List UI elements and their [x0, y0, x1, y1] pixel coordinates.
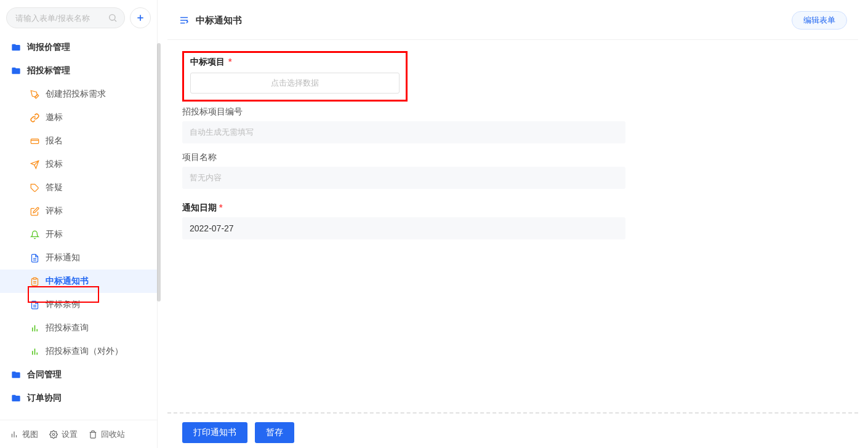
nav-item-open-notice[interactable]: 开标通知 [0, 246, 157, 270]
link-icon [30, 113, 39, 122]
label-name: 项目名称 [182, 152, 843, 163]
nav-item-label: 开标通知 [46, 252, 80, 263]
nav-group-label: 招投标管理 [27, 65, 70, 76]
nav-item-label: 投标 [46, 159, 63, 170]
footer-trash[interactable]: 回收站 [89, 429, 125, 440]
svg-rect-10 [33, 278, 36, 279]
required-marker: * [228, 57, 231, 66]
footer-view[interactable]: 视图 [10, 429, 38, 440]
nav-item-label: 招投标查询（对外） [46, 346, 123, 357]
project-picker[interactable]: 点击选择数据 [190, 73, 400, 94]
trash-icon [89, 430, 97, 439]
nav-item-query[interactable]: 招投标查询 [0, 316, 157, 340]
page-card: 中标通知书 编辑表单 中标项目 * 点击选择数据 招投标项目编号 自动生成无需填… [167, 5, 858, 448]
tag-icon [30, 183, 39, 193]
folder-icon [11, 42, 21, 52]
nav-group-label: 合同管理 [27, 369, 62, 380]
highlight-rect-form: 中标项目 * 点击选择数据 [182, 51, 408, 102]
nav-group-bidding[interactable]: 招投标管理 [0, 59, 157, 82]
svg-point-24 [52, 433, 55, 436]
field-project-name: 项目名称 暂无内容 [182, 152, 843, 189]
nav-item-label: 中标通知书 [46, 276, 89, 287]
nav-item-invite[interactable]: 邀标 [0, 106, 157, 129]
edit-icon [30, 207, 39, 216]
number-readonly: 自动生成无需填写 [182, 121, 625, 143]
action-bar: 打印通知书 暂存 [167, 412, 858, 448]
sidebar: 询报价管理 招投标管理 创建招投标需求 邀标 报名 [0, 0, 158, 448]
doc-icon [30, 254, 39, 263]
nav-item-eval[interactable]: 评标 [0, 199, 157, 223]
gear-icon [49, 430, 58, 439]
name-readonly: 暂无内容 [182, 167, 625, 189]
doc-icon [30, 300, 39, 310]
page-title-text: 中标通知书 [196, 15, 242, 26]
search-wrap [6, 7, 125, 28]
clipboard-icon [30, 277, 39, 286]
add-button[interactable] [130, 7, 151, 28]
page-title: 中标通知书 [179, 15, 242, 26]
nav-item-label: 报名 [46, 135, 63, 146]
field-project-number: 招投标项目编号 自动生成无需填写 [182, 106, 843, 143]
nav-item-label: 邀标 [46, 112, 63, 123]
nav-item-register[interactable]: 报名 [0, 129, 157, 153]
search-icon [108, 13, 118, 23]
footer-label: 视图 [22, 429, 38, 440]
folder-icon [11, 393, 21, 403]
svg-rect-4 [31, 138, 39, 143]
menu-icon [179, 15, 190, 26]
chart-icon [30, 347, 39, 356]
print-button[interactable]: 打印通知书 [182, 422, 247, 443]
nav-group-label: 询报价管理 [27, 42, 70, 53]
svg-point-0 [110, 15, 115, 20]
card-icon [30, 137, 39, 146]
nav-item-label: 招投标查询 [46, 322, 89, 334]
nav-item-label: 创建招投标需求 [46, 89, 106, 100]
svg-line-1 [115, 20, 116, 22]
bell-icon [30, 230, 39, 239]
save-button[interactable]: 暂存 [255, 422, 294, 443]
label-number: 招投标项目编号 [182, 106, 843, 118]
footer-settings[interactable]: 设置 [49, 429, 78, 440]
nav-item-eval-rules[interactable]: 评标条例 [0, 293, 157, 316]
nav-item-win-notice[interactable]: 中标通知书 [0, 270, 157, 293]
edit-form-button[interactable]: 编辑表单 [792, 11, 847, 30]
nav-item-label: 评标条例 [46, 299, 80, 310]
folder-icon [11, 370, 21, 380]
nav-group-order[interactable]: 订单协同 [0, 386, 157, 410]
create-icon [30, 90, 39, 99]
label-date: 通知日期 * [182, 202, 843, 214]
nav-group-label: 订单协同 [27, 393, 62, 404]
main: 中标通知书 编辑表单 中标项目 * 点击选择数据 招投标项目编号 自动生成无需填… [158, 0, 868, 448]
nav-group-inquiry[interactable]: 询报价管理 [0, 36, 157, 59]
label-project: 中标项目 * [190, 57, 400, 68]
nav-item-create-req[interactable]: 创建招投标需求 [0, 82, 157, 106]
nav-item-query-external[interactable]: 招投标查询（对外） [0, 340, 157, 363]
nav-item-qa[interactable]: 答疑 [0, 176, 157, 199]
nav-group-contract[interactable]: 合同管理 [0, 363, 157, 386]
required-marker: * [219, 202, 222, 212]
chart-icon [10, 430, 18, 439]
sidebar-footer: 视图 设置 回收站 [0, 420, 157, 448]
nav-item-label: 评标 [46, 206, 63, 217]
nav-item-label: 开标 [46, 229, 63, 240]
nav: 询报价管理 招投标管理 创建招投标需求 邀标 报名 [0, 36, 157, 420]
nav-item-label: 答疑 [46, 182, 63, 193]
page-header: 中标通知书 编辑表单 [167, 5, 858, 40]
nav-item-open[interactable]: 开标 [0, 223, 157, 246]
send-icon [30, 160, 39, 169]
footer-label: 回收站 [101, 429, 125, 440]
field-notice-date: 通知日期 * 2022-07-27 [182, 202, 843, 239]
nav-item-bid[interactable]: 投标 [0, 153, 157, 176]
form-body: 中标项目 * 点击选择数据 招投标项目编号 自动生成无需填写 项目名称 暂无内容… [167, 40, 858, 412]
folder-icon [11, 66, 21, 76]
date-value[interactable]: 2022-07-27 [182, 217, 625, 239]
sidebar-top [0, 0, 157, 36]
footer-label: 设置 [62, 429, 78, 440]
chart-icon [30, 324, 39, 333]
